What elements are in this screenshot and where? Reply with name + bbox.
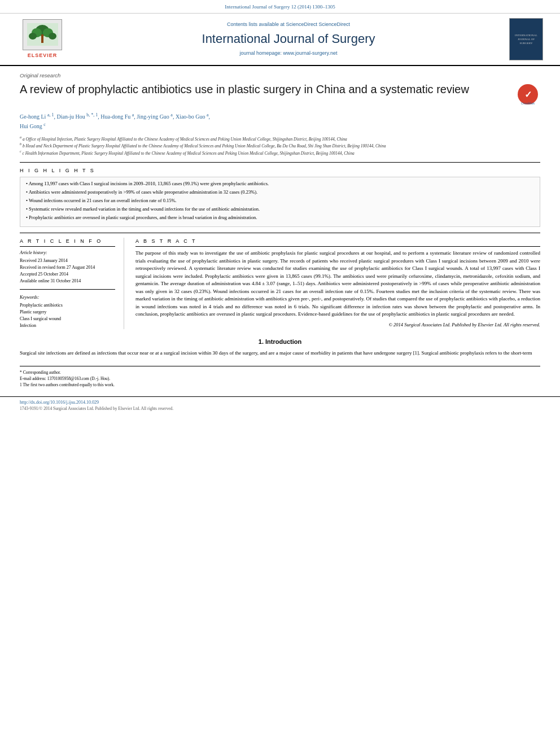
homepage-label: journal homepage: (240, 50, 282, 56)
highlight-2: Antibiotics were administered postoperat… (26, 189, 534, 196)
divider-2 (20, 233, 540, 233)
crossmark-icon: ✓ CrossMark (517, 83, 539, 106)
svg-point-5 (29, 33, 37, 40)
svg-point-6 (49, 33, 56, 40)
journal-main-title: International Journal of Surgery (73, 30, 504, 48)
svg-text:CrossMark: CrossMark (520, 102, 535, 105)
divider-1 (20, 162, 540, 163)
science-direct-label: Contents lists available at ScienceDirec… (227, 21, 317, 27)
journal-citation: International Journal of Surgery 12 (201… (0, 0, 560, 14)
article-title-row: A review of prophylactic antibiotics use… (20, 82, 540, 107)
keywords-title: Keywords: (20, 294, 115, 300)
abstract-text: The purpose of this study was to investi… (135, 250, 540, 318)
elsevier-logo-area: ELSEVIER (11, 19, 73, 59)
article-info-title: A R T I C L E I N F O (20, 238, 115, 247)
highlight-5: Prophylactic antibiotics are overused in… (26, 215, 534, 221)
intro-number: 1. (259, 338, 264, 345)
homepage-link[interactable]: www.journal-surgery.net (283, 50, 338, 56)
keyword-2: Plastic surgery (20, 309, 115, 316)
email-note: E-mail address: 13701005958@163.com (D.-… (20, 375, 540, 382)
article-info-abstract: A R T I C L E I N F O Article history: R… (20, 238, 540, 329)
article-history: Article history: Received 23 January 201… (20, 250, 115, 285)
keyword-3: Class I surgical wound (20, 316, 115, 322)
citation-text: International Journal of Surgery 12 (201… (225, 4, 335, 10)
introduction-section: 1. Introduction Surgical site infections… (20, 338, 540, 357)
available-online-date: Available online 31 October 2014 (20, 278, 115, 285)
science-direct-text: Contents lists available at ScienceDirec… (73, 21, 504, 28)
received-date: Received 23 January 2014 (20, 257, 115, 264)
journal-header: ELSEVIER Contents lists available at Sci… (0, 14, 560, 66)
introduction-text: Surgical site infections are defined as … (20, 350, 540, 357)
science-direct-link[interactable]: ScienceDirect (319, 21, 351, 27)
accepted-date: Accepted 25 October 2014 (20, 271, 115, 278)
keyword-1: Prophylactic antibiotics (20, 302, 115, 309)
abstract-col: A B S T R A C T The purpose of this stud… (135, 238, 540, 329)
highlight-1: Among 13,997 cases with Class I surgical… (26, 181, 534, 187)
elsevier-logo: ELSEVIER (11, 19, 73, 59)
journal-title-area: Contents lists available at ScienceDirec… (73, 21, 504, 57)
journal-homepage: journal homepage: www.journal-surgery.ne… (73, 50, 504, 57)
svg-text:✓: ✓ (524, 90, 531, 99)
keywords-list: Prophylactic antibiotics Plastic surgery… (20, 302, 115, 329)
article-history-title: Article history: (20, 250, 115, 256)
crossmark-area[interactable]: ✓ CrossMark (515, 82, 540, 107)
article-title: A review of prophylactic antibiotics use… (20, 82, 509, 97)
copyright: © 2014 Surgical Associates Ltd. Publishe… (135, 322, 540, 329)
highlights-title: H I G H L I G H T S (20, 167, 540, 174)
introduction-title: 1. Introduction (20, 338, 540, 346)
corresponding-author-note: * Corresponding author. (20, 369, 540, 375)
footer-issn: 1743-9191/© 2014 Surgical Associates Ltd… (20, 406, 173, 411)
article-info-col: A R T I C L E I N F O Article history: R… (20, 238, 124, 329)
footer: http://dx.doi.org/10.1016/j.ijsu.2014.10… (0, 396, 560, 414)
authors: Ge-hong Li a, 1, Dian-ju Hou b, *, 1, Hu… (20, 112, 540, 132)
keyword-4: Infection (20, 322, 115, 329)
highlight-4: Systematic review revealed marked variat… (26, 206, 534, 213)
affiliations: a a Office of Hospital Infection, Plasti… (20, 135, 540, 156)
elsevier-brand: ELSEVIER (28, 52, 58, 59)
abstract-title: A B S T R A C T (135, 238, 540, 247)
affiliation-b: b b Head and Neck Department of Plastic … (20, 142, 540, 149)
article-type: Original research (20, 72, 540, 79)
svg-rect-4 (41, 34, 43, 43)
received-revised-date: Received in revised form 27 August 2014 (20, 264, 115, 271)
equal-contribution-note: 1 The first two authors contributed equa… (20, 382, 540, 388)
highlight-3: Wound infections occurred in 21 cases fo… (26, 198, 534, 204)
journal-cover-image: INTERNATIONALJOURNAL OFSURGERY (504, 18, 549, 60)
highlights-box: Among 13,997 cases with Class I surgical… (20, 177, 540, 226)
email-text: E-mail address: 13701005958@163.com (D.-… (20, 376, 110, 381)
main-content: Original research A review of prophylact… (0, 66, 560, 394)
journal-cover: INTERNATIONALJOURNAL OFSURGERY (509, 18, 543, 60)
doi-link[interactable]: http://dx.doi.org/10.1016/j.ijsu.2014.10… (20, 400, 99, 405)
intro-title-text: Introduction (265, 338, 301, 345)
divider-keywords (20, 289, 115, 290)
elsevier-tree-image (23, 19, 62, 50)
footnotes-area: * Corresponding author. E-mail address: … (20, 366, 540, 388)
affiliation-c: c c Health Information Department, Plast… (20, 149, 540, 156)
affiliation-a: a a Office of Hospital Infection, Plasti… (20, 135, 540, 142)
